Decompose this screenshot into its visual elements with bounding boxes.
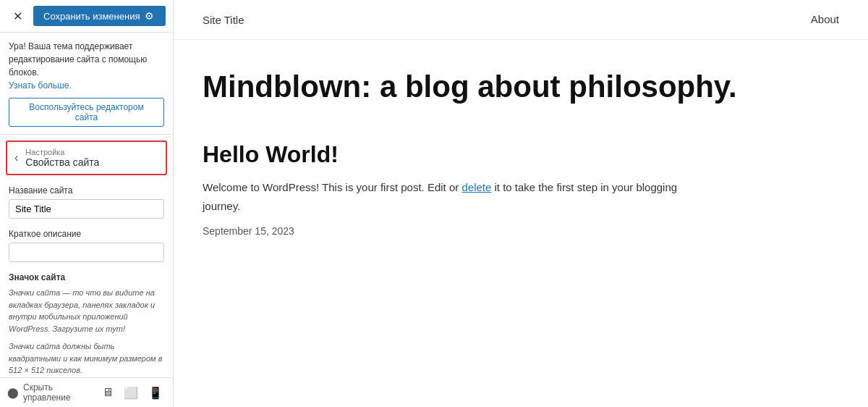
favicon-desc-1: Значки сайта — то что вы видите на вклад…	[9, 287, 164, 335]
preview-post-title: Hello World!	[203, 141, 839, 168]
favicon-title: Значок сайта	[9, 272, 164, 282]
site-name-input[interactable]	[9, 199, 164, 219]
preview-post-body: Welcome to WordPress! This is your first…	[203, 178, 694, 215]
preview-header: Site Title About	[174, 0, 868, 40]
tablet-view-button[interactable]: ⬜	[121, 385, 141, 401]
preview-content: Mindblown: a blog about philosophy. Hell…	[174, 40, 868, 266]
circle-icon: ⬤	[7, 387, 19, 398]
preview-nav: About	[811, 13, 839, 26]
toolbar: ✕ Сохранить изменения ⚙	[0, 0, 173, 33]
preview-tagline: Mindblown: a blog about philosophy.	[203, 69, 839, 105]
preview-post-date: September 15, 2023	[203, 225, 839, 237]
panel-scroll-area: ‹ Настройка Свойства сайта Название сайт…	[0, 135, 173, 407]
tagline-label: Краткое описание	[9, 229, 164, 239]
settings-nav-text: Настройка Свойства сайта	[25, 148, 99, 168]
settings-nav-parent: Настройка	[25, 148, 99, 156]
tagline-input[interactable]	[9, 243, 164, 262]
hide-label: Скрыть управление	[23, 382, 90, 403]
customizer-panel: ✕ Сохранить изменения ⚙ Ура! Ваша тема п…	[0, 0, 174, 407]
save-label: Сохранить изменения	[43, 11, 140, 22]
save-changes-button[interactable]: Сохранить изменения ⚙	[33, 6, 166, 26]
about-nav-link[interactable]: About	[811, 13, 839, 25]
bottom-controls: ⬤ Скрыть управление 🖥 ⬜ 📱	[0, 377, 173, 407]
close-button[interactable]: ✕	[7, 6, 27, 26]
settings-nav[interactable]: ‹ Настройка Свойства сайта	[6, 140, 167, 175]
back-arrow-icon: ‹	[14, 151, 18, 164]
site-name-label: Название сайта	[9, 185, 164, 196]
desktop-view-button[interactable]: 🖥	[99, 385, 116, 400]
delete-link[interactable]: delete	[461, 181, 491, 193]
info-banner: Ура! Ваша тема поддерживает редактирован…	[0, 33, 173, 135]
mobile-view-button[interactable]: 📱	[145, 385, 166, 401]
site-editor-button[interactable]: Воспользуйтесь редактором сайта	[9, 98, 164, 127]
gear-icon: ⚙	[145, 10, 154, 22]
preview-panel: Site Title About Mindblown: a blog about…	[174, 0, 868, 407]
form-section: Название сайта Краткое описание	[0, 185, 173, 262]
settings-nav-current: Свойства сайта	[25, 156, 99, 168]
preview-site-title: Site Title	[203, 14, 244, 26]
learn-more-link[interactable]: Узнать больше.	[9, 80, 72, 91]
info-text: Ура! Ваша тема поддерживает редактирован…	[9, 41, 147, 77]
favicon-desc-2: Значки сайта должны быть квадратными и к…	[9, 340, 164, 377]
